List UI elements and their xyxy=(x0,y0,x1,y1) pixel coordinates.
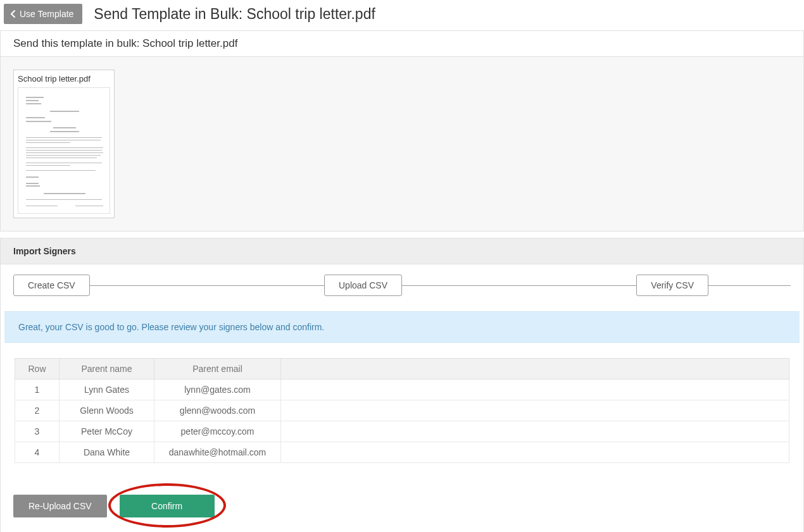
cell-blank xyxy=(281,421,789,442)
cell-blank xyxy=(281,380,789,400)
col-email-header: Parent email xyxy=(154,359,281,380)
table-row: 4 Dana White danawhite@hotmail.com xyxy=(15,442,789,463)
step-connector-line xyxy=(708,285,791,286)
page-header: Use Template Send Template in Bulk: Scho… xyxy=(0,0,804,30)
cell-email: peter@mccoy.com xyxy=(154,421,281,442)
import-signers-panel: Create CSV Upload CSV Verify CSV Great, … xyxy=(0,264,804,532)
template-panel-heading: Send this template in bulk: School trip … xyxy=(1,31,803,57)
step-verify-csv-button[interactable]: Verify CSV xyxy=(636,275,708,296)
confirm-button[interactable]: Confirm xyxy=(120,495,215,517)
col-name-header: Parent name xyxy=(60,359,154,380)
csv-success-banner: Great, your CSV is good to go. Please re… xyxy=(4,311,800,343)
document-thumbnail[interactable]: School trip letter.pdf xyxy=(13,70,115,218)
cell-name: Lynn Gates xyxy=(60,380,154,400)
reupload-csv-button[interactable]: Re-Upload CSV xyxy=(13,495,107,517)
cell-row: 3 xyxy=(15,421,60,442)
table-row: 2 Glenn Woods glenn@woods.com xyxy=(15,400,789,421)
cell-email: danawhite@hotmail.com xyxy=(154,442,281,463)
step-create-csv-button[interactable]: Create CSV xyxy=(13,275,90,296)
actions-row: Re-Upload CSV Confirm xyxy=(1,463,803,517)
cell-email: glenn@woods.com xyxy=(154,400,281,421)
step-connector-line xyxy=(90,285,324,286)
table-row: 3 Peter McCoy peter@mccoy.com xyxy=(15,421,789,442)
cell-row: 1 xyxy=(15,380,60,400)
cell-row: 4 xyxy=(15,442,60,463)
document-page-preview xyxy=(18,87,110,214)
cell-blank xyxy=(281,400,789,421)
table-row: 1 Lynn Gates lynn@gates.com xyxy=(15,380,789,400)
chevron-left-icon xyxy=(10,10,16,18)
col-row-header: Row xyxy=(15,359,60,380)
cell-blank xyxy=(281,442,789,463)
col-blank-header xyxy=(281,359,789,380)
template-panel: Send this template in bulk: School trip … xyxy=(0,30,804,232)
thumbnail-area: School trip letter.pdf xyxy=(1,57,803,231)
cell-name: Dana White xyxy=(60,442,154,463)
table-header-row: Row Parent name Parent email xyxy=(15,359,789,380)
csv-steps-row: Create CSV Upload CSV Verify CSV xyxy=(1,275,803,311)
step-connector-line xyxy=(402,285,636,286)
signers-table-wrap: Row Parent name Parent email 1 Lynn Gate… xyxy=(1,343,803,463)
signers-table: Row Parent name Parent email 1 Lynn Gate… xyxy=(15,358,789,463)
back-use-template-button[interactable]: Use Template xyxy=(4,4,82,24)
cell-name: Peter McCoy xyxy=(60,421,154,442)
document-thumbnail-label: School trip letter.pdf xyxy=(18,74,110,84)
cell-row: 2 xyxy=(15,400,60,421)
step-upload-csv-button[interactable]: Upload CSV xyxy=(324,275,402,296)
cell-email: lynn@gates.com xyxy=(154,380,281,400)
page-title: Send Template in Bulk: School trip lette… xyxy=(94,6,375,23)
cell-name: Glenn Woods xyxy=(60,400,154,421)
import-signers-header: Import Signers xyxy=(0,238,804,264)
back-button-label: Use Template xyxy=(20,9,73,19)
